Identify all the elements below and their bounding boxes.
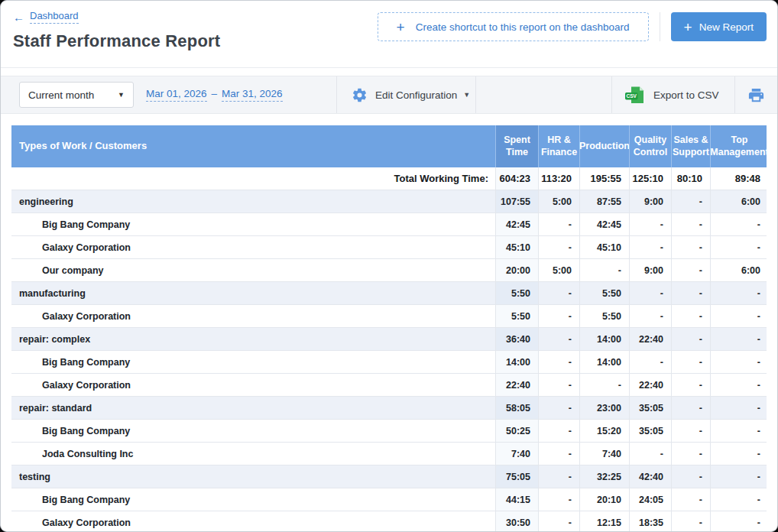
table-row: Galaxy Corporation 22:40 - - 22:40 - - [11, 374, 767, 397]
row-value-spent-time: 30:50 [495, 511, 538, 532]
total-value: 80:10 [671, 167, 710, 190]
row-value-hr-finance: - [538, 374, 579, 396]
row-value-top-management: - [710, 466, 768, 488]
table-row: repair: standard 58:05 - 23:00 35:05 - - [11, 397, 767, 420]
table-header-row: Types of Work / Customers Spent Time HR … [11, 125, 767, 167]
new-report-label: New Report [699, 21, 754, 33]
export-csv-label: Export to CSV [653, 89, 719, 101]
plus-icon: + [397, 20, 405, 34]
row-value-sales-support: - [671, 397, 710, 419]
row-label: Galaxy Corporation [11, 236, 495, 258]
row-value-top-management: - [710, 511, 768, 532]
period-select[interactable]: Current month ▼ [19, 82, 134, 108]
row-value-top-management: - [710, 213, 768, 235]
total-value: 113:20 [538, 167, 579, 190]
toolbar-spacer [476, 76, 612, 113]
table-row: manufacturing 5:50 - 5:50 - - - [11, 282, 767, 305]
row-value-top-management: - [710, 374, 768, 396]
row-value-hr-finance: - [538, 397, 579, 419]
row-value-production: 42:45 [579, 213, 629, 235]
row-value-production: - [579, 374, 629, 396]
page-header: ← Dashboard Staff Performance Report + C… [1, 1, 777, 68]
table-row: Big Bang Company 50:25 - 15:20 35:05 - - [11, 420, 767, 443]
page-title: Staff Performance Report [13, 31, 220, 51]
row-value-sales-support: - [671, 351, 710, 373]
table-row: Galaxy Corporation 45:10 - 45:10 - - - [11, 236, 767, 259]
table-row: repair: complex 36:40 - 14:00 22:40 - - [11, 328, 767, 351]
printer-icon [747, 86, 765, 104]
row-value-quality-control: 35:05 [629, 420, 671, 442]
table-row: Joda Consulting Inc 7:40 - 7:40 - - - [11, 443, 767, 466]
row-value-spent-time: 36:40 [495, 328, 538, 350]
column-header-top-management: Top Management [710, 125, 768, 167]
row-value-hr-finance: 5:00 [538, 259, 579, 281]
table-row: Our company 20:00 5:00 - 9:00 - 6:00 [11, 259, 767, 282]
row-value-production: - [579, 259, 629, 281]
table-body: engineering 107:55 5:00 87:55 9:00 - 6:0… [11, 190, 767, 532]
chevron-down-icon: ▼ [118, 91, 125, 99]
row-value-production: 23:00 [579, 397, 629, 419]
row-value-production: 14:00 [579, 351, 629, 373]
row-value-sales-support: - [671, 374, 710, 396]
row-value-hr-finance: - [538, 213, 579, 235]
edit-configuration-button[interactable]: Edit Configuration ▼ [337, 76, 476, 113]
row-value-top-management: - [710, 443, 768, 465]
row-value-sales-support: - [671, 443, 710, 465]
row-value-spent-time: 5:50 [495, 305, 538, 327]
row-value-top-management: - [710, 282, 768, 304]
table-row: Galaxy Corporation 30:50 - 12:15 18:35 -… [11, 511, 767, 532]
row-value-sales-support: - [671, 420, 710, 442]
total-value: 125:10 [629, 167, 671, 190]
row-label: Big Bang Company [11, 213, 495, 235]
back-to-dashboard-link[interactable]: ← Dashboard [13, 10, 79, 24]
row-value-production: 5:50 [579, 282, 629, 304]
back-arrow-icon: ← [13, 11, 24, 23]
row-value-spent-time: 50:25 [495, 420, 538, 442]
edit-configuration-label: Edit Configuration [375, 89, 457, 101]
row-value-hr-finance: - [538, 351, 579, 373]
row-value-spent-time: 20:00 [495, 259, 538, 281]
date-from-link[interactable]: Mar 01, 2026 [146, 88, 207, 102]
row-value-top-management: - [710, 236, 768, 258]
row-value-production: 5:50 [579, 305, 629, 327]
row-value-spent-time: 7:40 [495, 443, 538, 465]
header-left: ← Dashboard Staff Performance Report [13, 10, 220, 67]
row-value-hr-finance: - [538, 488, 579, 511]
export-csv-button[interactable]: CSV Export to CSV [612, 76, 735, 113]
row-label: Big Bang Company [11, 488, 495, 511]
create-shortcut-button[interactable]: + Create shortcut to this report on the … [378, 12, 649, 41]
row-label: testing [11, 466, 495, 488]
csv-file-icon: CSV [624, 86, 645, 105]
total-value: 195:55 [579, 167, 629, 190]
plus-icon: + [684, 20, 692, 34]
row-value-top-management: 6:00 [710, 259, 768, 281]
date-range: Mar 01, 2026 – Mar 31, 2026 [146, 88, 283, 102]
row-value-quality-control: 9:00 [629, 190, 671, 212]
table-row: Galaxy Corporation 5:50 - 5:50 - - - [11, 305, 767, 328]
row-value-hr-finance: - [538, 420, 579, 442]
row-value-top-management: - [710, 420, 768, 442]
row-value-top-management: - [710, 397, 768, 419]
table-row: testing 75:05 - 32:25 42:40 - - [11, 466, 767, 488]
row-value-quality-control: - [629, 236, 671, 258]
row-value-spent-time: 42:45 [495, 213, 538, 235]
row-label: repair: complex [11, 328, 495, 350]
row-label: Galaxy Corporation [11, 305, 495, 327]
row-value-sales-support: - [671, 511, 710, 532]
row-value-quality-control: - [629, 213, 671, 235]
print-button[interactable] [735, 76, 777, 113]
row-value-quality-control: 18:35 [629, 511, 671, 532]
date-to-link[interactable]: Mar 31, 2026 [222, 88, 283, 102]
row-label: engineering [11, 190, 495, 212]
column-header-sales-support: Sales & Support [671, 125, 710, 167]
row-value-spent-time: 5:50 [495, 282, 538, 304]
row-value-quality-control: 9:00 [629, 259, 671, 281]
row-value-spent-time: 14:00 [495, 351, 538, 373]
row-value-sales-support: - [671, 488, 710, 511]
new-report-button[interactable]: + New Report [671, 12, 767, 41]
row-value-top-management: - [710, 488, 768, 511]
row-label: Galaxy Corporation [11, 374, 495, 396]
row-value-hr-finance: - [538, 236, 579, 258]
row-value-quality-control: - [629, 351, 671, 373]
column-header-quality-control: Quality Control [629, 125, 671, 167]
